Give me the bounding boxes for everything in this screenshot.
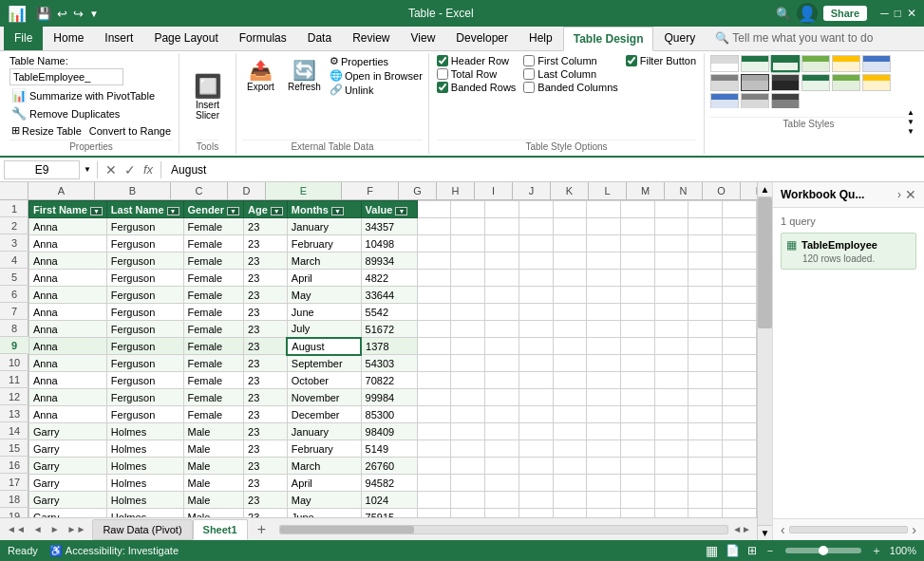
table-cell[interactable]: 23 [244, 372, 288, 389]
user-icon[interactable]: 👤 [797, 3, 818, 24]
panel-nav-left[interactable]: ‹ [781, 522, 785, 537]
table-cell[interactable]: Holmes [106, 423, 183, 440]
table-cell[interactable]: February [287, 235, 361, 252]
table-cell[interactable]: April [287, 475, 361, 492]
header-row-checkbox[interactable]: Header Row [437, 55, 517, 66]
table-cell[interactable]: Holmes [106, 492, 183, 509]
row-header[interactable]: 1 [0, 200, 28, 217]
row-header[interactable]: 5 [0, 269, 28, 286]
table-cell[interactable]: Ferguson [106, 338, 183, 355]
row-header[interactable]: 18 [0, 491, 28, 508]
table-cell[interactable]: Holmes [106, 458, 183, 475]
row-header[interactable]: 14 [0, 422, 28, 439]
table-row[interactable]: AnnaFergusonFemale23April4822 [29, 270, 757, 287]
tab-query[interactable]: Query [653, 26, 706, 50]
panel-nav-right[interactable]: › [912, 522, 916, 537]
add-sheet-btn[interactable]: + [252, 519, 272, 540]
name-box[interactable] [4, 160, 80, 179]
styles-more-btn[interactable]: ▼ [907, 127, 915, 136]
row-header[interactable]: 7 [0, 303, 28, 320]
row-header[interactable]: 3 [0, 234, 28, 252]
col-header-k[interactable]: K [551, 182, 589, 199]
table-cell[interactable]: Ferguson [106, 389, 183, 406]
table-cell[interactable]: Anna [29, 252, 107, 270]
help-search[interactable]: 🔍 Tell me what you want to do [706, 26, 882, 50]
table-row[interactable]: AnnaFergusonFemale23November99984 [29, 389, 757, 406]
table-row[interactable]: GarryHolmesMale23March26760 [29, 458, 757, 475]
table-cell[interactable]: December [287, 406, 361, 423]
tab-table-design[interactable]: Table Design [563, 27, 654, 51]
scroll-down-btn[interactable]: ▼ [758, 525, 772, 540]
nav-right-btn[interactable]: ►► [65, 522, 89, 536]
table-cell[interactable]: 34357 [361, 218, 417, 235]
zoom-slider[interactable] [785, 548, 861, 553]
row-header[interactable]: 11 [0, 371, 28, 388]
table-cell[interactable]: 23 [244, 423, 288, 440]
table-style-swatch[interactable] [832, 55, 860, 72]
col-header-h[interactable]: H [437, 182, 475, 199]
table-style-swatch[interactable] [801, 74, 830, 91]
page-break-view-icon[interactable]: ⊞ [747, 544, 757, 557]
table-cell[interactable]: Male [183, 492, 244, 509]
table-cell[interactable]: Garry [29, 492, 107, 509]
row-header[interactable]: 13 [0, 405, 28, 422]
row-header[interactable]: 8 [0, 320, 28, 337]
table-row[interactable]: AnnaFergusonFemale23March89934 [29, 252, 757, 270]
table-cell[interactable]: 23 [244, 338, 288, 355]
table-cell[interactable]: 70822 [361, 372, 417, 389]
table-cell[interactable]: Garry [29, 423, 107, 440]
tab-view[interactable]: View [401, 26, 446, 50]
scroll-left-icon[interactable]: ◄ [732, 524, 742, 534]
table-cell[interactable]: Female [183, 235, 244, 252]
properties-btn[interactable]: ⚙ Properties [330, 55, 423, 67]
row-header[interactable]: 19 [0, 508, 28, 517]
table-row[interactable]: GarryHolmesMale23April94582 [29, 475, 757, 492]
table-cell[interactable]: 89934 [361, 252, 417, 270]
table-cell[interactable]: 75915 [361, 509, 417, 518]
row-header[interactable]: 10 [0, 354, 28, 371]
tab-page-layout[interactable]: Page Layout [143, 26, 228, 50]
table-style-swatch[interactable] [741, 74, 769, 91]
table-cell[interactable]: January [287, 423, 361, 440]
horizontal-scrollbar[interactable] [279, 525, 728, 534]
table-cell[interactable]: 23 [244, 287, 288, 304]
table-row[interactable]: AnnaFergusonFemale23January34357 [29, 218, 757, 235]
banded-rows-checkbox[interactable]: Banded Rows [437, 82, 517, 93]
table-cell[interactable]: Anna [29, 338, 107, 355]
table-cell[interactable]: Ferguson [106, 287, 183, 304]
table-cell[interactable]: March [287, 252, 361, 270]
table-cell[interactable]: Female [183, 270, 244, 287]
col-header-f[interactable]: F [342, 182, 399, 199]
col-header-l[interactable]: L [589, 182, 627, 199]
total-row-checkbox[interactable]: Total Row [437, 68, 517, 80]
table-cell[interactable]: Holmes [106, 509, 183, 518]
panel-query-item[interactable]: ▦ TableEmployee 120 rows loaded. [781, 233, 916, 270]
table-cell[interactable]: Anna [29, 321, 107, 338]
table-cell[interactable]: Female [183, 321, 244, 338]
table-cell[interactable]: 23 [244, 389, 288, 406]
table-cell[interactable]: Garry [29, 475, 107, 492]
col-header-b[interactable]: B [95, 182, 171, 199]
table-cell[interactable]: Holmes [106, 440, 183, 458]
scroll-up-btn[interactable]: ▲ [758, 182, 772, 197]
table-style-swatch[interactable] [710, 93, 739, 108]
table-cell[interactable]: 5542 [361, 304, 417, 321]
table-row[interactable]: AnnaFergusonFemale23August1378 [29, 338, 757, 355]
table-row[interactable]: AnnaFergusonFemale23September54303 [29, 355, 757, 372]
tab-home[interactable]: Home [43, 26, 94, 50]
table-cell[interactable]: Ferguson [106, 372, 183, 389]
name-box-dropdown[interactable]: ▼ [84, 165, 91, 174]
table-cell[interactable]: June [287, 304, 361, 321]
tab-insert[interactable]: Insert [94, 26, 143, 50]
resize-table-btn[interactable]: ⊞ Resize Table [9, 123, 84, 138]
table-style-swatch[interactable] [710, 74, 739, 91]
table-cell[interactable]: May [287, 492, 361, 509]
confirm-formula-icon[interactable]: ✓ [123, 162, 138, 178]
table-row[interactable]: AnnaFergusonFemale23May33644 [29, 287, 757, 304]
table-cell[interactable]: Male [183, 509, 244, 518]
styles-scroll-up[interactable]: ▲ [907, 108, 915, 117]
table-cell[interactable]: Ferguson [106, 218, 183, 235]
table-cell[interactable]: Female [183, 406, 244, 423]
tab-review[interactable]: Review [342, 26, 400, 50]
unlink-btn[interactable]: 🔗 Unlink [330, 84, 423, 96]
